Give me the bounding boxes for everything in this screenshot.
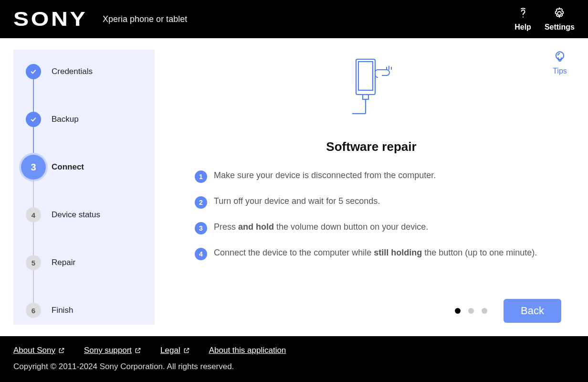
step-repair: 5Repair bbox=[52, 258, 145, 306]
page-dot[interactable] bbox=[468, 308, 474, 314]
footer-link-about-sony[interactable]: About Sony bbox=[13, 346, 65, 355]
step-label: Device status bbox=[52, 210, 100, 220]
step-label: Credentials bbox=[52, 67, 93, 76]
copyright-text: Copyright © 2011-2024 Sony Corporation. … bbox=[13, 362, 575, 371]
svg-point-2 bbox=[556, 52, 564, 59]
page-title: Software repair bbox=[326, 139, 416, 154]
instruction-item: 4Connect the device to the computer whil… bbox=[195, 248, 548, 260]
app-footer: About SonySony supportLegalAbout this ap… bbox=[0, 336, 588, 382]
instruction-item: 1Make sure your device is disconnected f… bbox=[195, 170, 548, 183]
external-link-icon bbox=[183, 347, 190, 354]
back-button[interactable]: Back bbox=[504, 299, 561, 323]
device-connect-illustration bbox=[343, 56, 400, 125]
footer-link-label: Legal bbox=[160, 346, 180, 355]
svg-point-0 bbox=[522, 17, 523, 18]
instruction-number: 4 bbox=[195, 248, 207, 260]
main-panel: Tips Software repair 1Make sure your dev… bbox=[155, 38, 588, 336]
external-link-icon bbox=[58, 347, 65, 354]
step-label: Finish bbox=[52, 306, 73, 315]
footer-link-label: Sony support bbox=[84, 346, 132, 355]
instruction-text: Turn off your device and wait for 5 seco… bbox=[214, 196, 380, 206]
progress-stepper: CredentialsBackup3Connect4Device status5… bbox=[13, 50, 155, 325]
page-dot[interactable] bbox=[455, 308, 461, 314]
instruction-text: Press and hold the volume down button on… bbox=[214, 222, 428, 232]
step-number: 4 bbox=[26, 207, 41, 223]
step-number: 3 bbox=[21, 155, 46, 180]
page-dot[interactable] bbox=[482, 308, 487, 314]
footer-links: About SonySony supportLegalAbout this ap… bbox=[13, 346, 575, 355]
sony-logo: SONY bbox=[13, 8, 87, 31]
step-connect: 3Connect bbox=[52, 162, 145, 210]
step-label: Connect bbox=[52, 162, 84, 172]
gear-icon bbox=[553, 7, 566, 20]
footer-link-label: About Sony bbox=[13, 346, 55, 355]
step-label: Repair bbox=[52, 258, 75, 267]
help-button[interactable]: Help bbox=[514, 7, 531, 32]
footer-link-sony-support[interactable]: Sony support bbox=[84, 346, 141, 355]
step-label: Backup bbox=[52, 115, 79, 124]
settings-label: Settings bbox=[545, 23, 575, 32]
step-backup: Backup bbox=[52, 115, 145, 162]
step-finish: 6Finish bbox=[52, 306, 145, 315]
footer-link-label: About this application bbox=[209, 346, 286, 355]
step-credentials: Credentials bbox=[52, 67, 145, 115]
instruction-list: 1Make sure your device is disconnected f… bbox=[195, 170, 548, 274]
svg-rect-5 bbox=[358, 62, 373, 90]
step-number: 6 bbox=[26, 303, 41, 318]
footer-link-legal[interactable]: Legal bbox=[160, 346, 190, 355]
svg-point-1 bbox=[558, 11, 561, 15]
tips-button[interactable]: Tips bbox=[553, 50, 567, 75]
page-dots bbox=[455, 308, 487, 314]
instruction-text: Connect the device to the computer while… bbox=[214, 248, 537, 258]
settings-button[interactable]: Settings bbox=[545, 7, 575, 32]
step-device-status: 4Device status bbox=[52, 210, 145, 258]
help-icon bbox=[516, 7, 530, 20]
instruction-item: 2Turn off your device and wait for 5 sec… bbox=[195, 196, 548, 209]
help-label: Help bbox=[514, 23, 531, 32]
instruction-number: 2 bbox=[195, 196, 207, 209]
external-link-icon bbox=[135, 347, 141, 354]
svg-rect-6 bbox=[363, 95, 368, 99]
footer-link-about-this-application[interactable]: About this application bbox=[209, 346, 286, 355]
instruction-number: 1 bbox=[195, 170, 207, 183]
header-subtitle: Xperia phone or tablet bbox=[103, 14, 187, 24]
app-header: SONY Xperia phone or tablet Help Setting… bbox=[0, 0, 588, 38]
step-check-icon bbox=[26, 112, 41, 127]
instruction-text: Make sure your device is disconnected fr… bbox=[214, 170, 436, 180]
instruction-item: 3Press and hold the volume down button o… bbox=[195, 222, 548, 234]
tips-label: Tips bbox=[553, 67, 567, 75]
step-number: 5 bbox=[26, 255, 41, 270]
step-check-icon bbox=[26, 64, 41, 79]
lightbulb-icon bbox=[553, 50, 567, 64]
instruction-number: 3 bbox=[195, 222, 207, 234]
